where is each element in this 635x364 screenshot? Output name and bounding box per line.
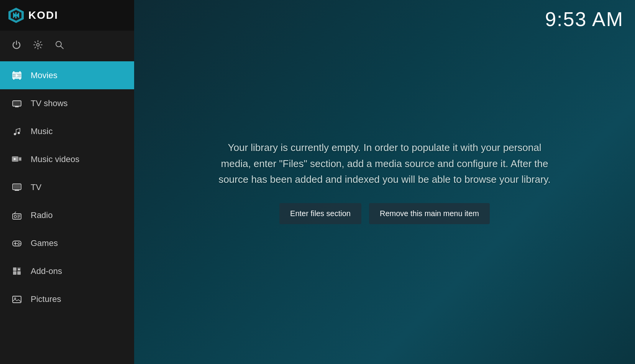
svg-point-41	[18, 242, 20, 243]
sidebar: KODI	[0, 0, 134, 364]
sidebar-item-music-videos[interactable]: Music videos	[0, 145, 134, 173]
svg-point-43	[17, 243, 18, 244]
sidebar-item-radio[interactable]: Radio	[0, 201, 134, 229]
svg-point-44	[18, 244, 20, 245]
svg-point-21	[18, 132, 20, 134]
svg-rect-45	[13, 271, 16, 275]
kodi-logo: KODI	[8, 7, 58, 24]
tv-shows-icon	[11, 99, 22, 108]
svg-rect-51	[13, 296, 21, 303]
svg-line-7	[61, 46, 64, 49]
music-videos-label: Music videos	[31, 154, 79, 164]
action-buttons: Enter files section Remove this main men…	[279, 203, 490, 224]
time-display: 9:53 AM	[545, 8, 624, 31]
svg-point-10	[19, 71, 21, 73]
main-content: 9:53 AM Your library is currently empty.…	[134, 0, 635, 364]
sidebar-header: KODI	[0, 0, 134, 31]
sidebar-item-add-ons[interactable]: Add-ons	[0, 257, 134, 285]
tv-icon	[11, 183, 22, 192]
radio-label: Radio	[31, 210, 53, 220]
sidebar-item-tv-shows[interactable]: TV shows	[0, 89, 134, 117]
sidebar-item-tv[interactable]: TV	[0, 173, 134, 201]
tv-label: TV	[31, 182, 41, 192]
sidebar-item-movies[interactable]: Movies	[0, 61, 134, 89]
app-name: KODI	[28, 9, 58, 21]
library-message: Your library is currently empty. In orde…	[212, 140, 557, 188]
svg-rect-29	[13, 185, 20, 189]
svg-point-12	[19, 78, 21, 80]
power-icon[interactable]	[11, 40, 21, 52]
kodi-logo-icon	[8, 7, 25, 24]
svg-point-5	[37, 44, 39, 46]
pictures-icon	[11, 295, 22, 303]
svg-point-52	[14, 297, 16, 299]
music-label: Music	[31, 126, 53, 136]
radio-icon	[11, 211, 22, 220]
sidebar-item-pictures[interactable]: Pictures	[0, 285, 134, 313]
svg-point-9	[13, 71, 15, 73]
svg-point-33	[14, 215, 16, 218]
enter-files-button[interactable]: Enter files section	[279, 203, 361, 224]
music-icon	[11, 127, 22, 136]
search-icon[interactable]	[54, 40, 64, 52]
pictures-label: Pictures	[31, 294, 61, 304]
svg-point-20	[14, 133, 16, 135]
add-ons-label: Add-ons	[31, 266, 62, 276]
tv-shows-label: TV shows	[31, 98, 68, 108]
games-label: Games	[31, 238, 58, 248]
svg-rect-46	[17, 271, 21, 275]
nav-menu: Movies TV shows Music	[0, 61, 134, 364]
sidebar-item-music[interactable]: Music	[0, 117, 134, 145]
svg-point-11	[13, 78, 15, 80]
svg-rect-47	[13, 267, 16, 271]
music-videos-icon	[11, 155, 22, 164]
movies-label: Movies	[31, 71, 57, 80]
svg-point-42	[20, 243, 21, 244]
svg-rect-4	[15, 12, 16, 18]
content-area: Your library is currently empty. In orde…	[134, 0, 635, 364]
add-ons-icon	[11, 267, 22, 276]
games-icon	[11, 239, 22, 247]
settings-icon[interactable]	[33, 40, 43, 52]
sidebar-item-games[interactable]: Games	[0, 229, 134, 257]
sidebar-controls	[0, 31, 134, 61]
remove-menu-item-button[interactable]: Remove this main menu item	[369, 203, 490, 224]
movies-icon	[11, 71, 22, 80]
svg-rect-17	[13, 101, 21, 106]
